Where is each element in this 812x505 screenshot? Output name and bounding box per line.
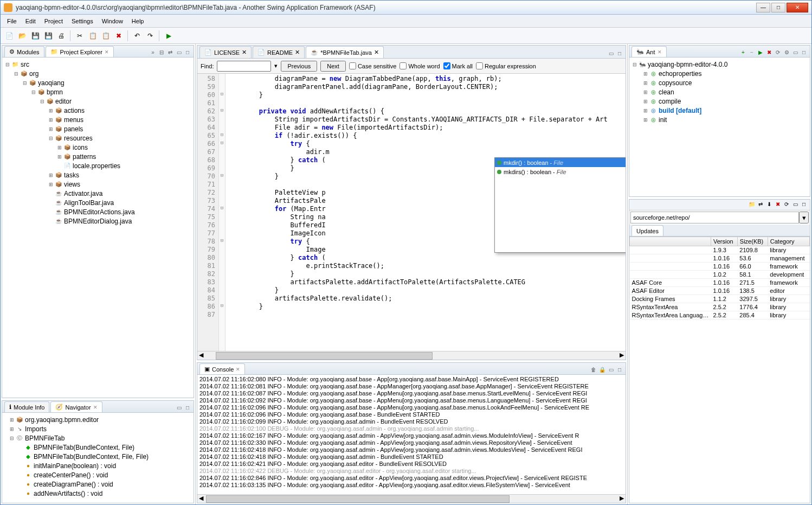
nav-node[interactable]: ●addNewArtifacts() : void [4,489,191,498]
code-editor[interactable]: 5859606162636465666768697071727374757677… [197,74,626,351]
table-row[interactable]: 1.0.258.1development [630,271,810,279]
project-tree[interactable]: ⊟📁src⊟📦org⊟📦yaoqiang⊟📦bpmn⊟📦editor⊞📦acti… [2,57,194,398]
dropdown-icon[interactable]: » [149,49,157,57]
find-prev-button[interactable]: Previous [281,61,317,72]
tree-node[interactable]: ⊟📦editor [4,97,191,106]
minimize-pane-icon[interactable]: ▭ [175,405,183,412]
sync-icon[interactable]: ⇄ [757,201,764,209]
table-row[interactable]: 1.0.1653.6management [630,254,810,263]
tree-node[interactable]: 📄locale.properties [4,161,191,170]
ant-target[interactable]: ⊞◎echoproperties [631,69,808,78]
completion-item[interactable]: mkdir() : boolean - File [495,158,626,167]
tab-updates[interactable]: Updates [631,225,663,236]
close-icon[interactable]: ✕ [93,405,98,410]
col-version[interactable]: Version [711,237,738,246]
tab-navigator[interactable]: 🧭Navigator✕ [50,401,102,412]
remove-icon[interactable]: − [748,49,756,57]
close-icon[interactable]: ✕ [374,49,379,56]
new-icon[interactable]: 📄 [4,30,15,41]
maximize-pane-icon[interactable]: □ [184,49,191,57]
repo-url-combo[interactable]: ▾ [630,212,809,223]
ant-root[interactable]: ⊟🐜yaoqiang-bpmn-editor-4.0.0 [631,60,808,69]
repo-table[interactable]: Version Size(KB) Category 1.9.32109.8lib… [629,236,810,503]
tree-node[interactable]: ⊟📦org [4,69,191,78]
table-row[interactable]: Docking Frames1.1.23297.5library [630,295,810,303]
nav-node[interactable]: ●createDiagramPane() : void [4,480,191,489]
menu-settings[interactable]: Settings [67,17,98,25]
ant-tree[interactable]: ⊟🐜yaoqiang-bpmn-editor-4.0.0⊞◎echoproper… [629,57,810,196]
undo-icon[interactable]: ↶ [132,30,143,41]
editor-tab[interactable]: ☕*BPMNFileTab.java✕ [306,46,384,58]
mark-all-check[interactable]: Mark all [443,62,473,69]
console-output[interactable]: 2014.07.02 11:16:02:080 INFO - Module: o… [197,375,626,494]
collapse-icon[interactable]: ⊟ [158,49,165,57]
dropdown-icon[interactable]: ▾ [274,62,278,69]
tree-node[interactable]: ☕BPMNEditorDialog.java [4,216,191,226]
menu-edit[interactable]: Edit [21,17,40,25]
minimize-pane-icon[interactable]: ▭ [607,50,615,58]
tree-node[interactable]: ⊞📦patterns [4,152,191,161]
tab-project-explorer[interactable]: 📁Project Explorer✕ [46,46,114,57]
tab-ant[interactable]: 🐜Ant✕ [631,46,667,57]
redo-icon[interactable]: ↷ [145,30,156,41]
dropdown-icon[interactable]: ▾ [799,212,809,223]
tree-node[interactable]: ⊞📦views [4,180,191,189]
ant-target[interactable]: ⊞◎clean [631,87,808,97]
settings-icon[interactable]: ⚙ [783,49,790,57]
maximize-button[interactable]: □ [771,3,785,12]
nav-node[interactable]: ◆BPMNFileTab(BundleContext, File, File) [4,452,191,461]
add-icon[interactable]: + [739,49,747,57]
ant-target[interactable]: ⊞◎build [default] [631,106,808,115]
whole-word-check[interactable]: Whole word [399,62,440,69]
tree-node[interactable]: ⊞📦panels [4,124,191,133]
close-icon[interactable]: ✕ [236,367,240,372]
paste-icon[interactable]: 📋 [100,30,111,41]
stop-icon[interactable]: ✖ [765,49,773,57]
menu-file[interactable]: File [3,17,21,25]
nav-node[interactable]: ●createCenterPane() : void [4,470,191,480]
case-sensitive-check[interactable]: Case sensitive [349,62,397,69]
nav-node[interactable]: ●initMainPane(boolean) : void [4,461,191,470]
find-next-button[interactable]: Next [320,61,346,72]
clear-icon[interactable]: 🗑 [590,367,597,374]
tree-node[interactable]: ⊟📁src [4,60,191,69]
nav-node[interactable]: ⊞📦org.yaoqiang.bpmn.editor [4,415,191,424]
minimize-pane-icon[interactable]: ▭ [791,201,799,209]
close-icon[interactable]: ✕ [105,49,109,55]
close-icon[interactable]: ✕ [295,49,300,56]
col-category[interactable]: Category [768,237,809,246]
table-row[interactable]: ASAF Editor1.0.16138.5editor [630,287,810,295]
tree-node[interactable]: ☕BPMNEditorActions.java [4,207,191,216]
nav-node[interactable]: ⊟ⒸBPMNFileTab [4,433,191,443]
navigator-tree[interactable]: ⊞📦org.yaoqiang.bpmn.editor⊞↘Imports⊟ⒸBPM… [2,413,194,503]
minimize-button[interactable]: — [756,3,770,12]
table-row[interactable]: 1.0.1666.0framework [630,263,810,271]
tab-console[interactable]: ▣Console✕ [199,363,245,374]
tree-node[interactable]: ⊞📦tasks [4,170,191,180]
editor-tab[interactable]: 📄LICENSE✕ [199,46,252,58]
cut-icon[interactable]: ✂ [74,30,85,41]
nav-node[interactable]: ⊞↘Imports [4,424,191,433]
ant-target[interactable]: ⊞◎compile [631,97,808,106]
delete-icon[interactable]: ✖ [113,30,124,41]
menu-project[interactable]: Project [40,17,67,25]
close-button[interactable]: ✕ [787,3,808,12]
maximize-pane-icon[interactable]: □ [616,50,623,58]
tree-node[interactable]: ⊟📦yaoqiang [4,78,191,87]
close-icon[interactable]: ✕ [658,49,662,55]
install-icon[interactable]: ⬇ [765,201,773,209]
table-row[interactable]: ASAF Core1.0.16271.5framework [630,279,810,287]
link-icon[interactable]: ⇄ [166,49,174,57]
menu-help[interactable]: Help [127,17,149,25]
minimize-pane-icon[interactable]: ▭ [175,49,183,57]
code-completion-popup[interactable]: mkdir() : boolean - Filemkdirs() : boole… [494,157,626,253]
tree-node[interactable]: ⊞📦icons [4,143,191,152]
refresh-icon[interactable]: ⟳ [783,201,790,209]
editor-scroll-h[interactable]: ◀▶ [197,351,626,360]
tree-node[interactable]: ⊞📦actions [4,106,191,115]
maximize-pane-icon[interactable]: □ [616,367,623,374]
maximize-pane-icon[interactable]: □ [184,405,191,412]
tab-modules[interactable]: ⚙Modules [4,46,44,57]
nav-node[interactable]: ◆BPMNFileTab(BundleContext, File) [4,443,191,452]
ant-target[interactable]: ⊞◎init [631,115,808,124]
